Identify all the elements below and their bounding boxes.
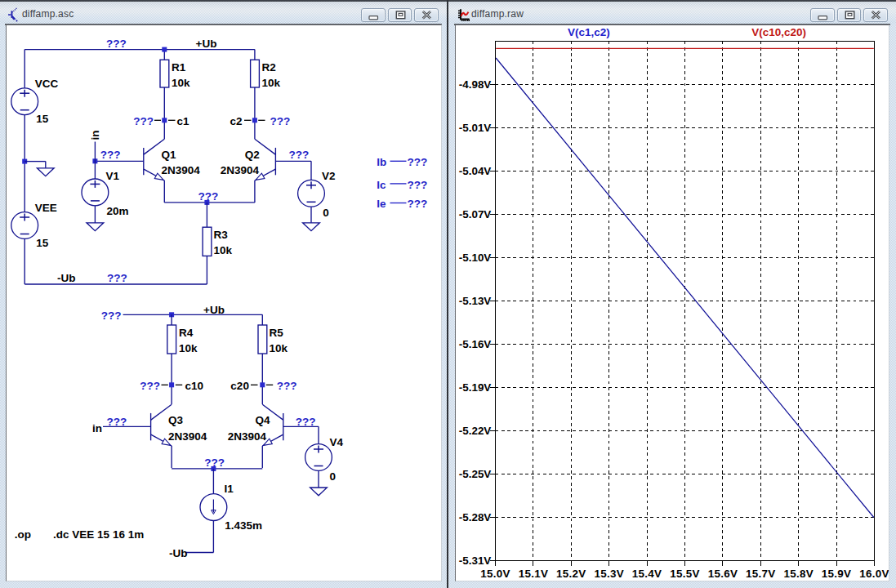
svg-text:R2: R2 (262, 61, 276, 74)
svg-text:2N3904: 2N3904 (168, 430, 207, 443)
svg-text:R4: R4 (179, 327, 194, 339)
svg-text:15.4V: 15.4V (632, 568, 662, 580)
svg-text:???: ??? (140, 380, 160, 392)
svg-text:Q4: Q4 (255, 414, 270, 426)
svg-text:-5.25V: -5.25V (459, 468, 492, 480)
svg-text:-5.13V: -5.13V (459, 295, 492, 307)
svg-text:R3: R3 (214, 229, 229, 241)
svg-text:R1: R1 (172, 61, 186, 74)
svg-text:Q3: Q3 (168, 414, 184, 426)
svg-text:c1: c1 (177, 115, 190, 127)
svg-text:15.8V: 15.8V (783, 568, 814, 580)
svg-text:Q2: Q2 (245, 149, 260, 161)
svg-text:c2: c2 (230, 115, 242, 127)
svg-text:-5.22V: -5.22V (459, 425, 492, 437)
svg-text:20m: 20m (107, 205, 129, 217)
svg-text:???: ??? (106, 38, 127, 50)
svg-text:2N3904: 2N3904 (221, 164, 260, 176)
svg-text:+Ub: +Ub (196, 38, 217, 50)
svg-text:c20: c20 (230, 380, 249, 392)
svg-text:???: ??? (204, 457, 225, 469)
svg-text:Ic: Ic (377, 179, 386, 191)
svg-text:-5.19V: -5.19V (459, 381, 492, 394)
svg-text:15.0V: 15.0V (480, 568, 510, 580)
svg-text:???: ??? (133, 115, 154, 127)
svg-text:???: ??? (107, 272, 127, 284)
svg-text:.op: .op (15, 528, 31, 541)
svg-text:???: ??? (408, 179, 428, 191)
svg-text:15: 15 (36, 237, 49, 249)
svg-text:-Ub: -Ub (57, 272, 76, 284)
svg-text:???: ??? (296, 416, 316, 428)
svg-text:10k: 10k (172, 77, 190, 89)
svg-text:VEE: VEE (35, 202, 57, 214)
svg-text:-5.16V: -5.16V (459, 338, 492, 350)
svg-text:-5.10V: -5.10V (459, 252, 492, 264)
svg-text:0: 0 (330, 470, 337, 483)
svg-text:-Ub: -Ub (169, 547, 188, 559)
svg-text:???: ??? (277, 380, 297, 392)
svg-text:Ie: Ie (377, 198, 386, 210)
svg-text:2N3904: 2N3904 (228, 430, 267, 443)
svg-text:+Ub: +Ub (203, 304, 225, 316)
svg-text:15.9V: 15.9V (822, 568, 852, 580)
svg-text:15: 15 (36, 113, 49, 125)
svg-text:-5.28V: -5.28V (459, 511, 492, 523)
svg-text:V(c1,c2): V(c1,c2) (568, 26, 610, 38)
svg-text:10k: 10k (179, 342, 198, 354)
svg-text:10k: 10k (262, 77, 281, 89)
svg-text:V2: V2 (322, 170, 336, 182)
svg-text:15.7V: 15.7V (746, 568, 776, 580)
svg-text:-5.04V: -5.04V (459, 165, 492, 177)
svg-text:15.5V: 15.5V (670, 568, 700, 580)
svg-text:-4.98V: -4.98V (459, 78, 492, 91)
svg-text:V1: V1 (105, 170, 119, 182)
svg-text:.dc VEE 15 16 1m: .dc VEE 15 16 1m (53, 528, 144, 541)
svg-text:in: in (89, 131, 101, 140)
svg-text:???: ??? (107, 416, 127, 428)
svg-text:R5: R5 (270, 327, 284, 339)
svg-text:in: in (92, 422, 102, 434)
svg-text:15.1V: 15.1V (519, 568, 549, 580)
svg-text:-5.31V: -5.31V (459, 555, 492, 567)
svg-text:???: ??? (289, 149, 310, 161)
svg-text:???: ??? (100, 149, 121, 161)
svg-text:???: ??? (408, 198, 428, 210)
svg-text:V(c10,c20): V(c10,c20) (751, 26, 806, 38)
svg-text:-5.07V: -5.07V (459, 208, 492, 220)
svg-text:1.435m: 1.435m (225, 519, 262, 532)
svg-text:10k: 10k (270, 342, 288, 354)
svg-text:Q1: Q1 (162, 149, 177, 161)
svg-text:16.0V: 16.0V (859, 568, 889, 580)
svg-text:0: 0 (323, 207, 329, 219)
svg-text:???: ??? (101, 310, 122, 322)
svg-text:2N3904: 2N3904 (162, 164, 201, 176)
svg-text:-5.01V: -5.01V (459, 122, 492, 134)
svg-text:10k: 10k (214, 244, 233, 256)
svg-text:VCC: VCC (35, 78, 59, 90)
svg-text:I1: I1 (225, 483, 234, 495)
svg-text:???: ??? (408, 156, 428, 168)
svg-text:c10: c10 (185, 380, 204, 392)
svg-text:15.6V: 15.6V (708, 568, 738, 580)
svg-text:15.3V: 15.3V (594, 568, 624, 580)
svg-text:???: ??? (270, 115, 291, 127)
svg-text:15.2V: 15.2V (556, 568, 586, 580)
svg-text:Ib: Ib (377, 156, 386, 168)
svg-text:V4: V4 (330, 436, 344, 448)
svg-text:???: ??? (198, 190, 218, 203)
